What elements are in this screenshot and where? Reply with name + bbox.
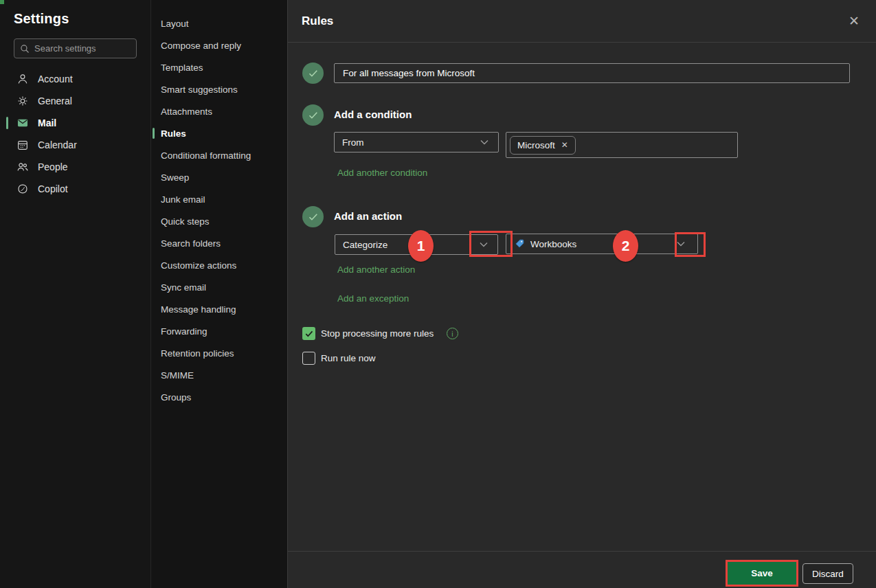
subnav-item-smime[interactable]: S/MIME	[151, 364, 287, 386]
subnav-item-rules[interactable]: Rules	[151, 122, 287, 144]
checkmark-icon	[305, 330, 313, 337]
subnav-item-attachments[interactable]: Attachments	[151, 100, 287, 122]
mail-settings-subnav: Layout Compose and reply Templates Smart…	[151, 0, 288, 588]
add-an-exception-link[interactable]: Add an exception	[337, 293, 409, 304]
sidebar-item-general[interactable]: General	[0, 90, 150, 112]
search-icon	[20, 44, 30, 54]
callout-badge-2: 2	[613, 230, 638, 262]
chevron-down-icon[interactable]	[480, 242, 488, 247]
step-complete-icon	[302, 63, 324, 84]
subnav-item-customize-actions[interactable]: Customize actions	[151, 254, 287, 276]
callout-badge-1: 1	[408, 230, 434, 262]
subnav-item-sweep[interactable]: Sweep	[151, 166, 287, 188]
sidebar-item-label: General	[38, 95, 72, 106]
close-icon[interactable]: ✕	[846, 13, 862, 29]
subnav-item-retention-policies[interactable]: Retention policies	[151, 342, 287, 364]
condition-dropdown-value: From	[335, 137, 364, 148]
condition-value-field[interactable]: Microsoft ✕	[506, 132, 738, 158]
rule-name-input[interactable]	[334, 63, 850, 83]
subnav-item-search-folders[interactable]: Search folders	[151, 232, 287, 254]
mail-icon	[16, 117, 29, 129]
subnav-item-message-handling[interactable]: Message handling	[151, 298, 287, 320]
save-highlight-box: Save	[726, 560, 798, 587]
sidebar-item-label: Account	[38, 74, 73, 84]
subnav-item-sync-email[interactable]: Sync email	[151, 276, 287, 298]
stop-processing-label: Stop processing more rules	[321, 328, 434, 339]
run-rule-now-label: Run rule now	[321, 353, 376, 363]
checkmark-icon	[308, 69, 318, 78]
sidebar-item-label: Calendar	[38, 139, 77, 150]
person-icon	[16, 73, 29, 85]
sidebar-item-copilot[interactable]: Copilot	[0, 178, 150, 200]
checkmark-icon	[308, 213, 318, 221]
subnav-item-smart-suggestions[interactable]: Smart suggestions	[151, 78, 287, 100]
chip-label: Microsoft	[517, 140, 555, 150]
step-complete-icon	[302, 206, 324, 227]
copilot-icon	[16, 183, 29, 195]
sidebar-item-label: Copilot	[38, 183, 68, 194]
subnav-item-compose-and-reply[interactable]: Compose and reply	[151, 34, 287, 56]
gear-icon	[16, 95, 29, 107]
sidebar-item-calendar[interactable]: Calendar	[0, 134, 150, 156]
subnav-item-templates[interactable]: Templates	[151, 56, 287, 78]
condition-section-heading: Add a condition	[334, 109, 412, 120]
screen-corner-artifact	[0, 0, 4, 4]
save-button[interactable]: Save	[728, 562, 796, 585]
subnav-item-quick-steps[interactable]: Quick steps	[151, 210, 287, 232]
chip-remove-icon[interactable]: ✕	[561, 141, 568, 149]
condition-value-chip: Microsoft ✕	[510, 136, 576, 155]
rules-panel: Rules ✕ Add a condition From Microsoft ✕…	[288, 0, 876, 588]
calendar-icon	[16, 139, 29, 151]
search-settings-box[interactable]	[14, 38, 137, 58]
people-icon	[16, 161, 29, 173]
subnav-item-groups[interactable]: Groups	[151, 386, 287, 408]
page-title: Rules	[302, 14, 333, 28]
step-complete-icon	[302, 104, 324, 126]
subnav-item-junk-email[interactable]: Junk email	[151, 188, 287, 210]
stop-processing-checkbox[interactable]	[302, 327, 315, 340]
subnav-item-conditional-formatting[interactable]: Conditional formatting	[151, 144, 287, 166]
subnav-item-layout[interactable]: Layout	[151, 12, 287, 34]
action-value-text: Workbooks	[530, 239, 576, 249]
settings-title: Settings	[0, 0, 150, 27]
sidebar-item-label: People	[38, 161, 68, 172]
sidebar-item-people[interactable]: People	[0, 156, 150, 178]
search-settings-input[interactable]	[34, 43, 131, 54]
sidebar-item-account[interactable]: Account	[0, 68, 150, 90]
settings-sidebar: Settings Account General Mail	[0, 0, 151, 588]
chevron-down-icon[interactable]	[480, 139, 488, 145]
settings-nav: Account General Mail Calendar People	[0, 68, 150, 200]
action-dropdown-value: Categorize	[335, 240, 388, 250]
sidebar-item-label: Mail	[38, 117, 56, 128]
sidebar-item-mail[interactable]: Mail	[0, 112, 150, 134]
action-value-dropdown[interactable]: Workbooks	[506, 234, 698, 254]
action-section-heading: Add an action	[334, 210, 402, 222]
tag-icon	[514, 238, 525, 249]
add-another-action-link[interactable]: Add another action	[337, 264, 415, 275]
add-another-condition-link[interactable]: Add another condition	[337, 168, 427, 178]
rules-panel-footer: Save Discard	[288, 551, 876, 588]
rules-panel-header: Rules ✕	[288, 0, 876, 43]
checkmark-icon	[308, 111, 318, 120]
chevron-down-icon[interactable]	[677, 241, 685, 247]
run-rule-now-checkbox[interactable]	[302, 352, 315, 365]
info-icon[interactable]: i	[447, 328, 458, 339]
subnav-item-forwarding[interactable]: Forwarding	[151, 320, 287, 342]
condition-dropdown[interactable]: From	[334, 132, 499, 152]
discard-button[interactable]: Discard	[802, 563, 853, 584]
